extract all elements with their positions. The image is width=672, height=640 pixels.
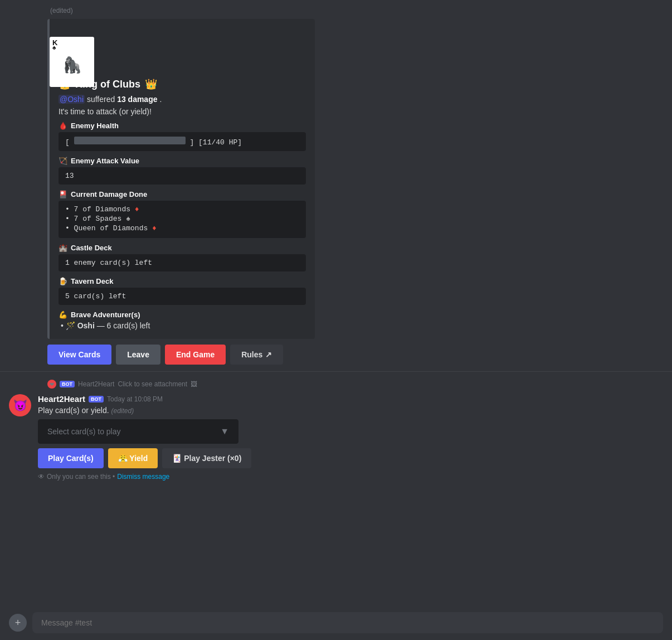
- eye-icon: 👁: [38, 473, 45, 481]
- castle-deck-label: 🏰 Castle Deck: [59, 244, 306, 252]
- adventurer-dash: — 6 card(s) left: [97, 321, 150, 330]
- diamond-suit-1: ♦: [135, 205, 139, 214]
- yield-button[interactable]: 😤 Yield: [108, 448, 158, 468]
- bot-badge-header: BOT: [60, 381, 75, 387]
- card-art-figure: 🦍: [62, 56, 82, 74]
- image-icon: 🖼: [191, 380, 197, 388]
- enemy-attack-value: 13: [59, 167, 306, 185]
- bot-avatar: 😈: [9, 394, 31, 416]
- bot-header-row: ❤ BOT Heart2Heart Click to see attachmen…: [0, 379, 672, 390]
- message-header: Heart2Heart BOT Today at 10:08 PM: [38, 394, 663, 404]
- tavern-deck-label: 🍺 Tavern Deck: [59, 277, 306, 285]
- external-link-icon: ↗: [265, 350, 272, 359]
- chevron-down-icon: ▼: [220, 426, 229, 437]
- enemy-attack-label: 🏹 Enemy Attack Value: [59, 157, 306, 165]
- card-select-dropdown[interactable]: Select card(s) to play ▼: [38, 419, 238, 444]
- message-content: Heart2Heart BOT Today at 10:08 PM Play c…: [38, 394, 663, 481]
- crown-right-icon: 👑: [145, 78, 157, 90]
- message-input[interactable]: [32, 612, 663, 633]
- health-icon: 🩸: [59, 122, 67, 130]
- enemy-health-label: 🩸 Enemy Health: [59, 122, 306, 130]
- visibility-text: Only you can see this •: [47, 473, 115, 481]
- list-item: 7 of Spades ♠: [65, 215, 299, 223]
- game-embed: 🦍 👑 King of Clubs 👑 @Oshi suffered 13 da…: [47, 19, 315, 339]
- adventurer-wand-icon: • 🪄: [61, 321, 77, 330]
- card-name-2: 7 of Spades: [74, 215, 126, 223]
- embed-title-row: 👑 King of Clubs 👑: [59, 78, 306, 90]
- list-item: Queen of Diamonds ♦: [65, 224, 299, 232]
- select-placeholder: Select card(s) to play: [47, 427, 121, 436]
- play-action-buttons: Play Card(s) 😤 Yield 🃏 Play Jester (×0): [38, 448, 663, 468]
- adventurer-icon: 💪: [59, 311, 67, 319]
- rules-button[interactable]: Rules ↗: [230, 345, 283, 365]
- damage-amount: 13 damage: [117, 95, 157, 104]
- attack-prompt: It's time to attack (or yield)!: [59, 107, 306, 116]
- tavern-icon: 🍺: [59, 277, 67, 285]
- end-game-button[interactable]: End Game: [165, 345, 226, 365]
- damage-period: .: [159, 95, 162, 104]
- brave-adventurers-text: Brave Adventurer(s): [71, 311, 140, 319]
- enemy-health-text: Enemy Health: [71, 122, 119, 130]
- message-edited: (edited): [111, 407, 134, 415]
- current-damage-label: 🎴 Current Damage Done: [59, 190, 306, 198]
- message-input-area: +: [0, 605, 672, 640]
- hp-text: ] [11/40 HP]: [189, 138, 242, 147]
- current-damage-block: 7 of Diamonds ♦ 7 of Spades ♠ Queen of D…: [59, 201, 306, 238]
- dismiss-link[interactable]: Dismiss message: [117, 473, 169, 481]
- card-name-1: 7 of Diamonds: [74, 205, 135, 214]
- king-card-thumbnail: 🦍: [50, 37, 94, 87]
- diamond-suit-3: ♦: [152, 224, 157, 232]
- damage-list: 7 of Diamonds ♦ 7 of Spades ♠ Queen of D…: [65, 205, 299, 232]
- visibility-note: 👁 Only you can see this • Dismiss messag…: [38, 473, 663, 481]
- hp-bar: [74, 137, 186, 144]
- play-jester-button[interactable]: 🃏 Play Jester (×0): [162, 448, 251, 468]
- avatar-emoji: 😈: [13, 399, 27, 412]
- player-mention: @Oshi: [59, 95, 85, 104]
- adventurer-name: Oshi: [77, 321, 95, 330]
- edited-label: (edited): [0, 2, 672, 17]
- enemy-attack-text: Enemy Attack Value: [71, 157, 139, 165]
- message-text: Play card(s) or yield. (edited): [38, 406, 663, 415]
- bot-badge: BOT: [89, 396, 104, 403]
- bot-username: Heart2Heart: [38, 394, 85, 404]
- bot-small-avatar: ❤: [47, 380, 56, 389]
- castle-deck-value: 1 enemy card(s) left: [59, 254, 306, 271]
- castle-deck-text: Castle Deck: [71, 244, 112, 252]
- action-buttons-row: View Cards Leave End Game Rules ↗: [47, 345, 672, 365]
- leave-button[interactable]: Leave: [116, 345, 160, 365]
- list-item: 7 of Diamonds ♦: [65, 205, 299, 214]
- damage-icon: 🎴: [59, 190, 67, 198]
- current-damage-text: Current Damage Done: [71, 190, 147, 198]
- message-main-text: Play card(s) or yield.: [38, 406, 109, 415]
- enemy-health-bar-block: [ ] [11/40 HP]: [59, 132, 306, 151]
- view-cards-button[interactable]: View Cards: [47, 345, 111, 365]
- attack-icon: 🏹: [59, 157, 67, 165]
- separator: [0, 371, 672, 372]
- castle-icon: 🏰: [59, 244, 67, 252]
- card-name-3: Queen of Diamonds: [74, 224, 152, 232]
- play-cards-button[interactable]: Play Card(s): [38, 448, 104, 468]
- damage-line: @Oshi suffered 13 damage .: [59, 95, 306, 104]
- tavern-deck-text: Tavern Deck: [71, 277, 113, 285]
- tavern-deck-value: 5 card(s) left: [59, 288, 306, 305]
- click-attachment: Click to see attachment: [118, 380, 187, 388]
- hp-bracket-open: [: [65, 138, 70, 147]
- bot-name-header: Heart2Heart: [78, 380, 114, 388]
- rules-label: Rules: [241, 350, 262, 359]
- damage-verb: suffered: [87, 95, 117, 104]
- second-message-row: 😈 Heart2Heart BOT Today at 10:08 PM Play…: [0, 390, 672, 485]
- message-timestamp: Today at 10:08 PM: [107, 395, 163, 403]
- adventurers-list: • 🪄 Oshi — 6 card(s) left: [59, 321, 306, 330]
- add-attachment-button[interactable]: +: [9, 614, 27, 632]
- spade-suit-2: ♠: [126, 215, 130, 223]
- brave-adventurers-label: 💪 Brave Adventurer(s): [59, 311, 306, 319]
